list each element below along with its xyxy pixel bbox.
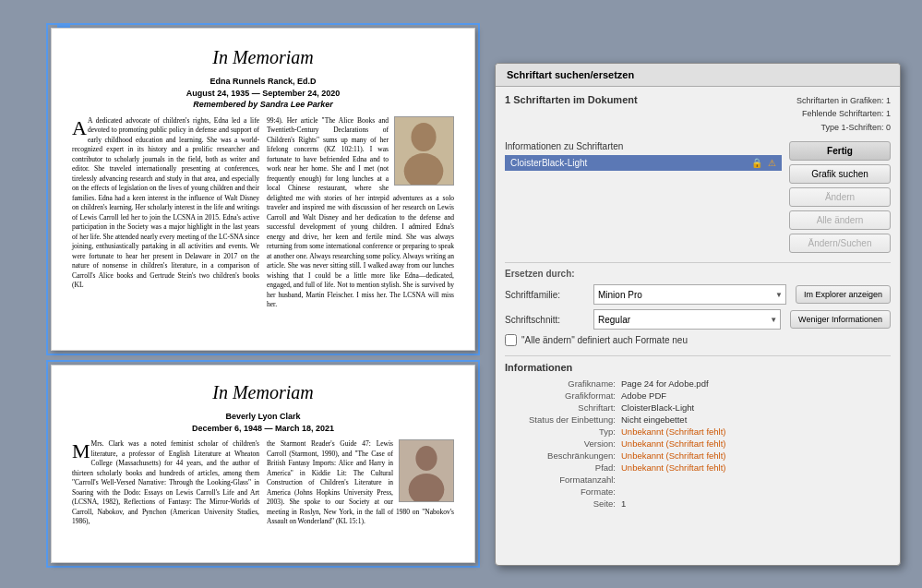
info-label: Informationen zu Schriftarten <box>505 141 782 151</box>
font-list-item-0[interactable]: CloisterBlack-Light 🔒 ⚠ <box>505 155 782 171</box>
font-list-section: Informationen zu Schriftarten CloisterBl… <box>505 141 782 253</box>
val-beschraenkungen: Unbekannt (Schriftart fehlt) <box>621 450 891 461</box>
article-content-top: A A dedicated advocate of children's rig… <box>72 116 454 310</box>
val-grafikname: Page 24 for Adobe.pdf <box>621 378 891 389</box>
page-top-title: In Memoriam <box>72 47 454 68</box>
schriftfamilie-wrapper: Minion Pro Arial Times New Roman Helveti… <box>593 284 786 305</box>
key-formate: Formate: <box>505 486 616 497</box>
key-pfad: Pfad: <box>505 462 616 473</box>
drop-cap-a: A <box>72 118 87 138</box>
val-schriftart: CloisterBlack-Light <box>621 402 891 413</box>
key-seite: Seite: <box>505 498 616 509</box>
key-formatanzahl: Formatanzahl: <box>505 474 616 485</box>
schriftschnitt-label: Schriftschnitt: <box>505 315 588 325</box>
schriftschnitt-select[interactable]: Regular Bold Italic Bold Italic <box>593 309 781 330</box>
article-content-bottom: M Mrs. Clark was a noted feminist schola… <box>72 439 454 527</box>
portrait-bottom <box>399 439 454 502</box>
stat-fehlende: Fehlende Schriftarten: 1 <box>796 107 891 120</box>
svg-point-1 <box>411 123 436 151</box>
informationen-section: Informationen Grafikname: Page 24 for Ad… <box>505 355 891 509</box>
find-replace-font-panel: Schriftart suchen/ersetzen 1 Schriftarte… <box>495 63 901 566</box>
fertig-button[interactable]: Fertig <box>789 141 891 161</box>
key-beschraenkungen: Beschränkungen: <box>505 450 616 461</box>
panel-title: Schriftart suchen/ersetzen <box>496 64 900 87</box>
aendern-button[interactable]: Ändern <box>789 187 891 207</box>
key-grafikname: Grafikname: <box>505 378 616 389</box>
alle-aendern-button[interactable]: Alle ändern <box>789 210 891 230</box>
article-header-bottom: Beverly Lyon Clark December 6, 1948 — Ma… <box>72 411 454 434</box>
weniger-informationen-button[interactable]: Weniger Informationen <box>790 310 891 329</box>
info-top-row: 1 Schriftarten im Dokument Schriftarten … <box>505 94 891 134</box>
schriftschnitt-wrapper: Regular Bold Italic Bold Italic ▼ <box>593 309 781 330</box>
page-bottom-title: In Memoriam <box>72 382 454 403</box>
schriftfamilie-label: Schriftfamilie: <box>505 290 588 300</box>
col-left-text: A dedicated advocate of children's right… <box>72 116 259 290</box>
col-left-bottom: M Mrs. Clark was a noted feminist schola… <box>72 439 259 527</box>
schriftschnitt-row: Schriftschnitt: Regular Bold Italic Bold… <box>505 309 891 330</box>
im-explorer-button-wrapper: Im Explorer anzeigen <box>796 285 891 304</box>
stat-grafiken: Schriftarten in Grafiken: 1 <box>796 94 891 107</box>
font-name: CloisterBlack-Light <box>510 158 746 168</box>
portrait-top <box>394 116 454 186</box>
ersetzen-durch-section: Ersetzen durch: Schriftfamilie: Minion P… <box>505 262 891 346</box>
warning-icon: ⚠ <box>768 158 776 168</box>
canvas-area: In Memoriam Edna Runnels Ranck, Ed.D Aug… <box>0 0 922 588</box>
col-right-bottom: the Starmont Reader's Guide 47: Lewis Ca… <box>267 439 454 527</box>
informationen-title: Informationen <box>505 362 891 373</box>
val-status: Nicht eingebettet <box>621 414 891 425</box>
ersetzen-durch-label: Ersetzen durch: <box>505 262 891 279</box>
info-grid: Grafikname: Page 24 for Adobe.pdf Grafik… <box>505 378 891 509</box>
key-status: Status der Einbettung: <box>505 414 616 425</box>
stat-type1: Type 1-Schriften: 0 <box>796 121 891 134</box>
document-page-top: In Memoriam Edna Runnels Ranck, Ed.D Aug… <box>51 28 475 351</box>
checkbox-row: "Alle ändern" definiert auch Formate neu <box>505 334 891 346</box>
key-typ: Typ: <box>505 426 616 437</box>
schriftfamilie-select[interactable]: Minion Pro Arial Times New Roman Helveti… <box>593 284 786 305</box>
col-right-top: 99:4). Her article "The Alice Books and … <box>267 116 454 310</box>
val-pfad: Unbekannt (Schriftart fehlt) <box>621 462 891 473</box>
font-list-and-buttons: Informationen zu Schriftarten CloisterBl… <box>505 141 891 253</box>
buttons-column: Fertig Grafik suchen Ändern Alle ändern … <box>789 141 891 253</box>
grafik-suchen-button[interactable]: Grafik suchen <box>789 164 891 184</box>
key-grafikformat: Grafikformat: <box>505 390 616 401</box>
panel-body: 1 Schriftarten im Dokument Schriftarten … <box>496 87 900 516</box>
val-formatanzahl <box>621 474 891 485</box>
aendern-suchen-button[interactable]: Ändern/Suchen <box>789 234 891 253</box>
fonts-stats: Schriftarten in Grafiken: 1 Fehlende Sch… <box>796 94 891 134</box>
weniger-info-wrapper: Weniger Informationen <box>790 310 891 329</box>
article-header-top: Edna Runnels Ranck, Ed.D August 24, 1935… <box>72 76 454 111</box>
document-page-bottom: In Memoriam Beverly Lyon Clark December … <box>51 365 475 563</box>
val-version: Unbekannt (Schriftart fehlt) <box>621 438 891 449</box>
im-explorer-button[interactable]: Im Explorer anzeigen <box>796 285 891 304</box>
drop-cap-m: M <box>72 441 90 462</box>
val-seite: 1 <box>621 498 891 509</box>
lock-icon: 🔒 <box>751 158 762 168</box>
val-typ: Unbekannt (Schriftart fehlt) <box>621 426 891 437</box>
key-version: Version: <box>505 438 616 449</box>
val-formate <box>621 486 891 497</box>
col-left-top: A A dedicated advocate of children's rig… <box>72 116 259 310</box>
schriftfamilie-row: Schriftfamilie: Minion Pro Arial Times N… <box>505 284 891 305</box>
val-grafikformat: Adobe PDF <box>621 390 891 401</box>
checkbox-label[interactable]: "Alle ändern" definiert auch Formate neu <box>521 335 688 345</box>
alle-aendern-checkbox[interactable] <box>505 334 517 346</box>
col-left-bottom-text: Mrs. Clark was a noted feminist scholar … <box>72 439 259 525</box>
fonts-count-label: 1 Schriftarten im Dokument <box>505 94 638 105</box>
svg-point-4 <box>415 446 437 471</box>
key-schriftart: Schriftart: <box>505 402 616 413</box>
